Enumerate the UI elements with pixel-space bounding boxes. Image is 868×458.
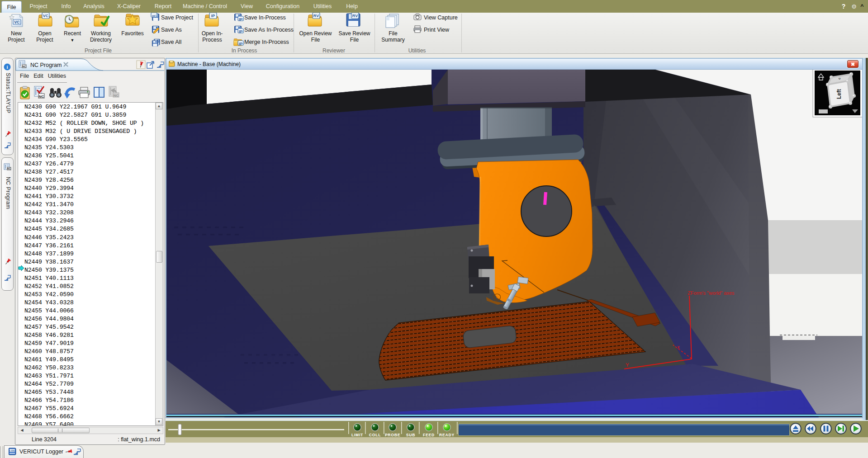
svg-text:Print View: Print View (424, 27, 450, 33)
svg-text:COLL: COLL (369, 433, 381, 437)
svg-text:VC: VC (14, 20, 20, 24)
svg-text:NC: NC (39, 94, 44, 99)
svg-text:Save As In-Process: Save As In-Process (244, 27, 294, 33)
svg-text:SUB: SUB (406, 433, 415, 437)
svg-text:Left: Left (836, 89, 842, 99)
svg-text:NC: NC (7, 167, 11, 170)
svg-text:ZForm's "world" axes: ZForm's "world" axes (688, 290, 735, 296)
svg-text:LOG: LOG (9, 449, 15, 452)
svg-text:VC: VC (152, 14, 157, 18)
svg-text:NC: NC (22, 65, 26, 68)
svg-text:RV: RV (352, 14, 358, 18)
svg-text:Y: Y (626, 362, 629, 368)
svg-text:READY: READY (439, 433, 455, 437)
svg-text:LIMIT: LIMIT (351, 433, 363, 437)
svg-text:Merge In-Process: Merge In-Process (244, 39, 289, 45)
svg-text:View Capture: View Capture (424, 14, 458, 21)
svg-text:i: i (6, 64, 8, 70)
svg-text:Save Project: Save Project (161, 14, 193, 21)
svg-text:RV: RV (313, 14, 319, 18)
svg-text:IP: IP (239, 42, 243, 46)
svg-text:IP: IP (239, 17, 243, 22)
svg-text:PROBE: PROBE (385, 433, 400, 437)
svg-text:x: x (677, 344, 680, 349)
svg-text:NC: NC (114, 94, 119, 98)
svg-text:NC Program: NC Program (30, 62, 62, 68)
svg-text:IP: IP (211, 14, 215, 18)
svg-text:Save All: Save All (161, 39, 181, 45)
svg-text:IP: IP (239, 29, 243, 34)
svg-text:Save As: Save As (161, 27, 182, 33)
svg-text:FEED: FEED (423, 433, 435, 437)
svg-text:Save In-Process: Save In-Process (244, 14, 286, 21)
svg-text:VC: VC (43, 14, 49, 18)
